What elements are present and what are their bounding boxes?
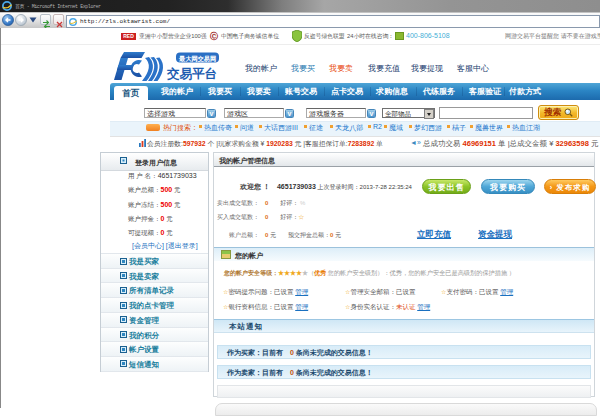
svg-text:最大网交易网: 最大网交易网	[178, 55, 216, 63]
svg-text:交易平台: 交易平台	[166, 67, 217, 81]
